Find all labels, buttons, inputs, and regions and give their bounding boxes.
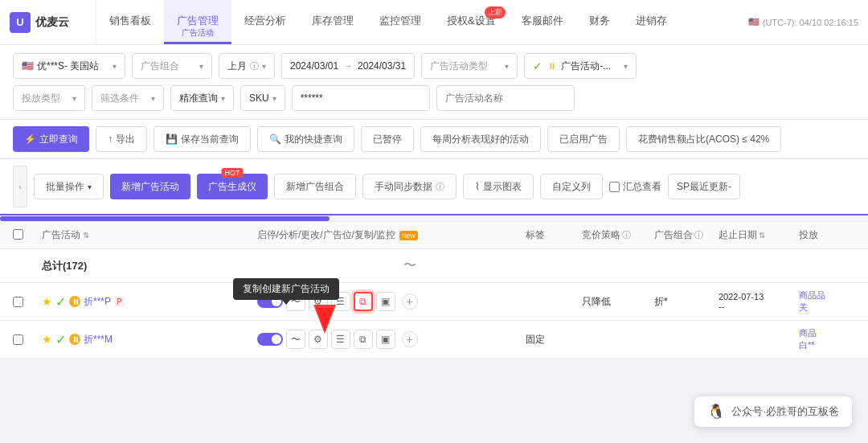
campaign-name-row1[interactable]: 折***P [84, 295, 111, 309]
nav-item-auth[interactable]: 授权&设置 上新 [434, 0, 509, 44]
chart-button[interactable]: ⌇ 显示图表 [463, 174, 534, 199]
scroll-bar[interactable] [0, 215, 868, 222]
logo-text: 优麦云 [35, 15, 69, 30]
row1-check[interactable] [13, 297, 23, 307]
logo-icon: U [10, 12, 31, 33]
col-adgroup-header: 广告组合 ⓘ [654, 228, 719, 242]
collapse-panel-btn[interactable]: ‹ [13, 166, 27, 207]
period-select[interactable]: 上月 ⓘ ▾ [219, 53, 275, 79]
placement-row1: 商品品 关 [799, 289, 855, 314]
status-green-icon-row2: ✓ [55, 332, 66, 347]
monitor-btn-row2[interactable]: ▣ [376, 330, 395, 349]
new-adgroup-button[interactable]: 新增广告组合 [274, 174, 356, 199]
info-icon: ⓘ [250, 60, 259, 72]
scroll-thumb [0, 216, 330, 221]
placement-type-select[interactable]: 投放类型 ▾ [13, 85, 85, 111]
trend-icon: 〜 [403, 257, 416, 274]
sku-select[interactable]: SKU ▾ [240, 85, 285, 111]
nav-item-monitor[interactable]: 监控管理 [366, 0, 434, 44]
nav-item-sales[interactable]: 销售看板 [96, 0, 164, 44]
col-tag-header: 标签 [526, 228, 582, 242]
campaign-tag-row1: P [114, 297, 125, 307]
copy-btn-row2[interactable]: ⧉ [354, 330, 373, 349]
batch-button[interactable]: 批量操作 ▾ [34, 174, 104, 199]
col-campaign-header: 广告活动 ⇅ [42, 228, 257, 242]
query-button[interactable]: ⚡ 立即查询 [13, 126, 89, 152]
nav-item-email[interactable]: 客服邮件 [509, 0, 576, 44]
col-bid-header: 竞价策略 ⓘ [582, 228, 654, 242]
table-header: 广告活动 ⇅ 启停/分析/更改/广告位/复制/监控 new 标签 竞价策略 ⓘ … [0, 222, 868, 249]
placement-row2: 商品 白** [799, 327, 855, 351]
paused-button[interactable]: 已暂停 [361, 126, 414, 152]
campaign-type-select[interactable]: 广告活动类型 ▾ [421, 53, 518, 79]
info-icon: ⓘ [694, 229, 703, 241]
tooltip: 复制创建新广告活动 [233, 278, 339, 300]
add-btn-row1[interactable]: + [402, 293, 418, 310]
total-label: 总计(172) [42, 259, 87, 273]
date-row1: 2022-07-13 -- [719, 292, 799, 311]
time-display: 🇺🇸 (UTC-7): 04/10 02:16:15 [739, 0, 868, 44]
add-btn-row2[interactable]: + [402, 331, 418, 347]
nav-badge-new: 上新 [485, 6, 506, 18]
info-icon: ⓘ [622, 229, 631, 241]
adgroup-select[interactable]: 广告组合 ▾ [132, 53, 212, 79]
store-select[interactable]: 🇺🇸 优***S- 美国站 ▾ [13, 53, 125, 79]
watermark: 🐧 公众号·必胜哥的互板爸 [694, 396, 852, 427]
col-placement-header: 投放 [799, 228, 855, 242]
filter-select[interactable]: 筛选条件 ▾ [92, 85, 164, 111]
table-row-total: 总计(172) 〜 [0, 249, 868, 283]
nav-items: 销售看板 广告管理 广告活动 经营分析 库存管理 监控管理 授权&设置 上新 客… [96, 0, 739, 44]
filter-row-2: 投放类型 ▾ 筛选条件 ▾ 精准查询 ▾ SKU ▾ [13, 85, 855, 111]
filter-row-1: 🇺🇸 优***S- 美国站 ▾ 广告组合 ▾ 上月 ⓘ ▾ 2024/03/01… [13, 53, 855, 79]
sku-input[interactable] [292, 85, 430, 111]
row2-check[interactable] [13, 334, 23, 345]
weekly-button[interactable]: 每周分析表现好的活动 [420, 126, 541, 152]
copy-btn-row1[interactable]: ⧉ [354, 292, 373, 311]
nav-item-finance[interactable]: 财务 [576, 0, 623, 44]
pause-icon [69, 296, 80, 307]
hot-badge: HOT [222, 168, 244, 178]
top-nav: U 优麦云 销售看板 广告管理 广告活动 经营分析 库存管理 监控管理 授权&设… [0, 0, 868, 45]
sync-button[interactable]: 手动同步数据 ⓘ [362, 174, 457, 199]
adgroup-row1: 折* [654, 295, 719, 309]
table-row-2: ★ ✓ 折***M 〜 ⚙ ☰ ⧉ ▣ + 固定 商品 白** [0, 321, 868, 359]
summary-check[interactable]: 汇总查看 [609, 180, 661, 194]
monitor-btn-row1[interactable]: ▣ [376, 292, 395, 311]
bid-strategy-row1: 只降低 [582, 295, 654, 309]
new-badge: new [399, 231, 418, 240]
enabled-button[interactable]: 已启用广告 [547, 126, 620, 152]
generate-button[interactable]: 广告生成仪 HOT [197, 174, 268, 199]
col-action-header: 启停/分析/更改/广告位/复制/监控 new [257, 228, 526, 242]
nav-item-inventory[interactable]: 库存管理 [299, 0, 366, 44]
toolbar: ‹ 批量操作 ▾ 新增广告活动 广告生成仪 HOT 新增广告组合 手动同步数据 … [0, 159, 868, 215]
export-button[interactable]: ↑ 导出 [96, 126, 147, 152]
save-query-button[interactable]: 💾 保存当前查询 [154, 126, 251, 152]
logo-area: U 优麦云 [0, 0, 96, 44]
new-campaign-button[interactable]: 新增广告活动 [110, 174, 190, 199]
campaign-name-row2[interactable]: 折***M [84, 333, 113, 347]
table-row: ★ ✓ 折***P P 〜 ⚙ ☰ ⧉ ▣ + 只降低 折* 2022-07-1… [0, 283, 868, 321]
star-icon-row2[interactable]: ★ [42, 333, 52, 346]
toggle-row2[interactable] [257, 333, 283, 346]
my-query-button[interactable]: 🔍 我的快捷查询 [257, 126, 354, 152]
star-icon[interactable]: ★ [42, 295, 52, 308]
nav-item-ads[interactable]: 广告管理 广告活动 [164, 0, 231, 44]
table: 广告活动 ⇅ 启停/分析/更改/广告位/复制/监控 new 标签 竞价策略 ⓘ … [0, 222, 868, 359]
arrow-pointer [305, 301, 344, 343]
action-row: ⚡ 立即查询 ↑ 导出 💾 保存当前查询 🔍 我的快捷查询 已暂停 每周分析表现… [0, 120, 868, 159]
nav-item-sales2[interactable]: 进销存 [623, 0, 680, 44]
acos-button[interactable]: 花费销售额占比(ACOS) ≤ 42% [626, 126, 781, 152]
campaign-status-select[interactable]: ✓ ⏸ 广告活动-... ▾ [524, 53, 637, 79]
info-icon: ⓘ [436, 181, 444, 193]
nav-item-business[interactable]: 经营分析 [231, 0, 299, 44]
tag-row2: 固定 [526, 333, 582, 347]
date-range[interactable]: 2024/03/01 → 2024/03/31 [281, 53, 415, 79]
campaign-name-input[interactable] [436, 85, 575, 111]
col-check-header[interactable] [13, 229, 42, 242]
pause-icon-row2 [69, 334, 80, 345]
filter-area: 🇺🇸 优***S- 美国站 ▾ 广告组合 ▾ 上月 ⓘ ▾ 2024/03/01… [0, 45, 868, 120]
custom-col-button[interactable]: 自定义列 [540, 174, 603, 199]
query-type-select[interactable]: 精准查询 ▾ [170, 85, 234, 111]
sp-update-button[interactable]: SP最近更新- [668, 174, 740, 199]
trend-btn-row2[interactable]: 〜 [286, 330, 305, 349]
